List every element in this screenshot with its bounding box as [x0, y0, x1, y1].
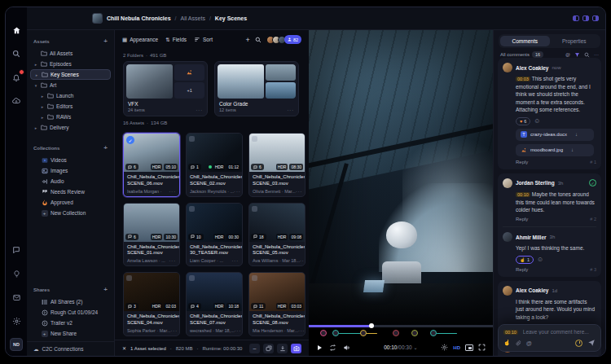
sidebar-item-raws[interactable]: ▸RAWs — [27, 112, 114, 122]
asset-card[interactable]: 18 HDR09:08 Chill_Nebula_Chronicles_SCEN… — [248, 203, 306, 267]
comment-marker[interactable] — [320, 330, 327, 336]
folder-card-color-grade[interactable]: Color Grade 12 items··· — [214, 61, 299, 116]
comment-thread[interactable]: Jordan Sterling 3h ✓ 00:10Maybe the tone… — [498, 173, 601, 277]
search-icon[interactable] — [10, 47, 23, 60]
chat-icon[interactable] — [10, 243, 23, 257]
member-count-badge[interactable]: 82 — [284, 35, 301, 44]
timestamp-chip[interactable]: 00:10 — [516, 192, 530, 197]
asset-card[interactable]: 1 HDR01:12 Chill_Nebula_Chronicles_SCENE… — [186, 133, 243, 197]
search-assets-icon[interactable] — [255, 37, 262, 43]
sidebar-item-art[interactable]: ▾Art — [27, 80, 114, 90]
add-asset-icon[interactable]: + — [103, 37, 108, 45]
toggle-center-panel-icon[interactable] — [582, 15, 589, 21]
camera-button[interactable] — [291, 344, 301, 353]
send-button[interactable] — [587, 339, 596, 347]
share-trailer[interactable]: Trailer v2 — [27, 318, 114, 328]
completed-check-icon[interactable]: ✓ — [589, 179, 596, 186]
collection-new[interactable]: +New Collection — [27, 208, 114, 218]
comment-input[interactable] — [523, 329, 596, 335]
remove-button[interactable]: – — [249, 344, 260, 353]
search-comments-icon[interactable] — [584, 52, 590, 58]
share-new[interactable]: +New Share — [27, 328, 114, 339]
attachment-doc[interactable]: Tcrazy-ideas.docx↓ — [516, 129, 594, 141]
sidebar-item-delivery[interactable]: ▸Delivery — [27, 122, 114, 133]
comment-marker[interactable] — [360, 330, 367, 336]
comment[interactable]: Alex Coakley now 00:03This shot gets ver… — [498, 58, 601, 169]
progress-bar[interactable] — [309, 325, 493, 327]
more-icon[interactable]: ··· — [235, 328, 242, 333]
comment-marker[interactable] — [430, 330, 437, 336]
share-rough-cut[interactable]: Rough Cut 01/09/24 — [27, 307, 114, 318]
reply-button[interactable]: Reply — [516, 160, 528, 164]
video-stage[interactable] — [309, 30, 493, 325]
filter-icon[interactable] — [574, 52, 580, 58]
collection-needs-review[interactable]: Needs Review — [27, 186, 114, 197]
compare-versions-button[interactable] — [263, 344, 274, 353]
add-collection-icon[interactable]: + — [103, 144, 108, 151]
sidebar-item-launch[interactable]: ▸Launch — [27, 90, 114, 101]
comment-marker[interactable] — [393, 330, 399, 336]
checkbox[interactable] — [252, 136, 257, 142]
more-icon[interactable]: ··· — [234, 189, 241, 194]
checkbox[interactable] — [189, 136, 195, 142]
fullscreen-icon[interactable] — [478, 344, 486, 351]
collection-approved[interactable]: Approved — [27, 197, 114, 208]
asset-card[interactable]: 10 HDR00:30 Chill_Nebula_Chronicles_30_T… — [186, 203, 243, 267]
attachment-image[interactable]: moodboard.jpg↓ — [516, 144, 594, 156]
reply-button[interactable]: Reply — [516, 267, 528, 272]
tab-properties[interactable]: Properties — [550, 36, 600, 46]
inbox-envelope-icon[interactable] — [10, 291, 23, 304]
notifications-bell-icon[interactable] — [10, 71, 23, 84]
more-icon[interactable]: ··· — [169, 258, 177, 263]
collection-images[interactable]: Images — [27, 165, 114, 176]
pip-icon[interactable] — [465, 344, 473, 351]
sidebar-item-editors[interactable]: ▸Editors — [27, 101, 114, 112]
checkbox[interactable] — [252, 275, 257, 281]
project-thumbnail[interactable] — [92, 13, 103, 24]
checkbox[interactable] — [126, 275, 132, 281]
mention-icon[interactable]: @ — [565, 52, 570, 57]
reply-button[interactable]: Reply — [516, 217, 528, 221]
checkbox[interactable] — [189, 206, 195, 212]
asset-card[interactable]: 4 HDR10:18 Chill_Nebula_Chronicles_SCENE… — [186, 272, 243, 336]
timestamp-toggle-icon[interactable] — [575, 340, 582, 347]
asset-card[interactable]: 6 HDR08:30 Chill_Nebula_Chronicles_SCENE… — [248, 133, 306, 197]
sidebar-item-episodes[interactable]: ▸Episodes — [27, 59, 114, 69]
reaction-chip[interactable]: ♥6 — [516, 117, 530, 125]
asset-card[interactable]: 3 HDR02:03 Chill_Nebula_Chronicles_SCENE… — [123, 272, 180, 336]
more-icon[interactable]: ··· — [288, 107, 295, 112]
download-button[interactable] — [277, 344, 288, 353]
folder-card-vfx[interactable]: +1 VFX 24 items··· — [123, 61, 208, 116]
more-icon[interactable]: ··· — [298, 328, 305, 333]
settings-gear-icon[interactable] — [10, 314, 23, 327]
checkbox[interactable] — [252, 206, 257, 212]
selected-check-icon[interactable]: ✓ — [126, 136, 134, 144]
sort-button[interactable]: Sort — [194, 37, 213, 42]
appearance-button[interactable]: ▦Appearance — [122, 37, 158, 43]
fields-button[interactable]: ⇅Fields — [165, 37, 187, 43]
asset-card[interactable]: ✓ 6 HDR05:10 Chill_Nebula_Chronicles_SCE… — [123, 133, 180, 197]
more-icon[interactable]: ··· — [196, 107, 204, 112]
checkbox[interactable] — [189, 275, 195, 281]
toggle-right-panel-icon[interactable] — [592, 15, 599, 21]
user-avatar[interactable]: ND — [10, 338, 23, 351]
more-icon[interactable]: ··· — [232, 258, 240, 263]
collection-videos[interactable]: Videos — [27, 155, 114, 165]
add-reaction-icon[interactable]: ☺ — [534, 117, 540, 125]
playhead[interactable] — [369, 323, 374, 328]
asset-card[interactable]: 6 HDR10:30 Chill_Nebula_Chronicles_SCENE… — [123, 203, 180, 267]
attach-paperclip-icon[interactable] — [516, 340, 521, 346]
timestamp-chip[interactable]: 00:03 — [516, 77, 530, 81]
add-icon[interactable]: + — [246, 36, 250, 44]
share-all-shares[interactable]: All Shares (2) — [27, 296, 114, 307]
home-icon[interactable] — [10, 24, 23, 37]
cloud-upload-icon[interactable] — [10, 94, 23, 107]
asset-card[interactable]: 11 HDR03:03 Chill_Nebula_Chronicles_SCEN… — [248, 272, 306, 336]
mention-at-icon[interactable]: @ — [526, 340, 532, 346]
add-share-icon[interactable]: + — [103, 286, 108, 293]
breadcrumb-all-assets[interactable]: All Assets — [181, 15, 205, 21]
tab-comments[interactable]: Comments — [500, 36, 550, 46]
c2c-connections[interactable]: ☁C2C Connections — [27, 341, 114, 356]
quality-badge[interactable]: HD — [453, 345, 460, 350]
checkbox[interactable] — [126, 206, 132, 212]
